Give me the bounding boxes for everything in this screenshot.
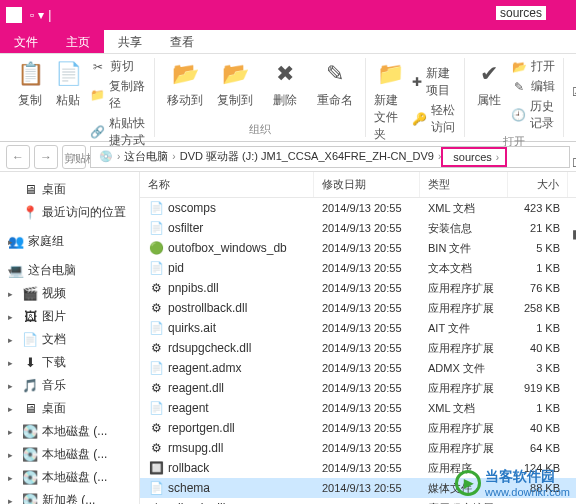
file-row[interactable]: 📄reagent2014/9/13 20:55XML 文档1 KB [140,398,576,418]
nav-desktop2[interactable]: ▸🖥桌面 [4,397,135,420]
file-size: 76 KB [508,280,568,296]
qat-item[interactable]: ▫ [30,8,34,22]
pastelink-button[interactable]: 🔗粘贴快捷方式 [90,115,146,149]
file-type: 应用程序扩展 [420,439,508,458]
up-button[interactable]: ↑ [62,145,86,169]
file-name: outofbox_windows_db [168,241,287,255]
crumb-folder[interactable]: sources [449,151,496,163]
crumb-icon[interactable]: 💿 [95,150,117,163]
tab-view[interactable]: 查看 [156,30,208,53]
crumb-pc[interactable]: 这台电脑 [120,149,172,164]
tab-share[interactable]: 共享 [104,30,156,53]
properties-icon: ✔ [473,58,505,90]
file-row[interactable]: ⚙sdbapiu.dll2014/9/13 20:55应用程序扩展135 KB [140,498,576,504]
col-name[interactable]: 名称 [140,172,314,197]
paste-icon: 📄 [52,58,84,90]
file-row[interactable]: ⚙rmsupg.dll2014/9/13 20:55应用程序扩展64 KB [140,438,576,458]
nav-desktop[interactable]: 🖥桌面 [4,178,135,201]
file-row[interactable]: 🟢outofbox_windows_db2014/9/13 20:55BIN 文… [140,238,576,258]
navigation-pane[interactable]: 🖥桌面 📍最近访问的位置 ▸👥家庭组 ▾💻这台电脑 ▸🎬视频 ▸🖼图片 ▸📄文档… [0,172,140,504]
file-row[interactable]: ⚙pnpibs.dll2014/9/13 20:55应用程序扩展76 KB [140,278,576,298]
history-button[interactable]: 🕘历史记录 [511,98,555,132]
file-row[interactable]: 📄osfilter2014/9/13 20:55安装信息21 KB [140,218,576,238]
cut-button[interactable]: ✂剪切 [90,58,146,75]
copypath-button[interactable]: 📁复制路径 [90,78,146,112]
file-row[interactable]: 📄quirks.ait2014/9/13 20:55AIT 文件1 KB [140,318,576,338]
qat-sep: | [48,8,51,22]
rename-icon: ✎ [319,58,351,90]
back-button[interactable]: ← [6,145,30,169]
file-name: rmsupg.dll [168,441,223,455]
file-list[interactable]: 名称 修改日期 类型 大小 📄oscomps2014/9/13 20:55XML… [140,172,576,504]
moveto-button[interactable]: 📂移动到 [163,58,207,120]
file-icon: 📄 [148,260,164,276]
easyaccess-button[interactable]: 🔑轻松访问 [412,102,456,136]
file-row[interactable]: ⚙rdsupgcheck.dll2014/9/13 20:55应用程序扩展40 … [140,338,576,358]
tab-file[interactable]: 文件 [0,30,52,53]
pictures-icon: 🖼 [22,309,38,325]
link-icon: 🔗 [90,124,105,140]
crumb-drive[interactable]: DVD 驱动器 (J:) JM1_CCSA_X64FRE_ZH-CN_DV9 [176,149,438,164]
file-date: 2014/9/13 20:55 [314,240,420,256]
file-size: 1 KB [508,260,568,276]
newitem-button[interactable]: ✚新建项目 [412,65,456,99]
delete-icon: ✖ [269,58,301,90]
nav-downloads[interactable]: ▸⬇下载 [4,351,135,374]
breadcrumb[interactable]: 💿› 这台电脑› DVD 驱动器 (J:) JM1_CCSA_X64FRE_ZH… [90,146,570,168]
file-date: 2014/9/13 20:55 [314,320,420,336]
newfolder-button[interactable]: 📁新建文件夹 [374,58,406,143]
nav-thispc[interactable]: ▾💻这台电脑 [4,259,135,282]
file-icon: 📄 [148,400,164,416]
file-row[interactable]: ⚙postrollback.dll2014/9/13 20:55应用程序扩展25… [140,298,576,318]
history-icon: 🕘 [511,107,526,123]
col-type[interactable]: 类型 [420,172,508,197]
file-name: oscomps [168,201,216,215]
nav-disk-c[interactable]: ▸💽本地磁盘 (... [4,420,135,443]
rename-button[interactable]: ✎重命名 [313,58,357,120]
file-icon: ⚙ [148,340,164,356]
chevron-right-icon: ▸ [8,496,13,505]
delete-button[interactable]: ✖删除 [263,58,307,120]
col-size[interactable]: 大小 [508,172,568,197]
file-size: 3 KB [508,360,568,376]
open-button[interactable]: 📂打开 [511,58,555,75]
chevron-right-icon: ▸ [8,312,13,322]
file-row[interactable]: ⚙reagent.dll2014/9/13 20:55应用程序扩展919 KB [140,378,576,398]
nav-newvol[interactable]: ▸💽新加卷 (... [4,489,135,504]
properties-button[interactable]: ✔属性 [473,58,505,132]
qat-dropdown-icon[interactable]: ▾ [38,8,44,22]
col-date[interactable]: 修改日期 [314,172,420,197]
file-row[interactable]: 📄pid2014/9/13 20:55文本文档1 KB [140,258,576,278]
edit-button[interactable]: ✎编辑 [511,78,555,95]
nav-music[interactable]: ▸🎵音乐 [4,374,135,397]
chevron-right-icon: ▸ [8,450,13,460]
nav-recent[interactable]: 📍最近访问的位置 [4,201,135,224]
file-row[interactable]: ⚙reportgen.dll2014/9/13 20:55应用程序扩展40 KB [140,418,576,438]
moveto-icon: 📂 [169,58,201,90]
nav-disk-e[interactable]: ▸💽本地磁盘 (... [4,466,135,489]
watermark-url: www.downkr.com [485,486,570,498]
file-size: 1 KB [508,400,568,416]
easyaccess-icon: 🔑 [412,111,427,127]
file-icon: ⚙ [148,380,164,396]
copy-button[interactable]: 📋复制 [14,58,46,149]
forward-button[interactable]: → [34,145,58,169]
paste-button[interactable]: 📄粘贴 [52,58,84,149]
group-open: ✔属性 📂打开 ✎编辑 🕘历史记录 打开 [465,58,564,137]
nav-pictures[interactable]: ▸🖼图片 [4,305,135,328]
group-new: 📁新建文件夹 ✚新建项目 🔑轻松访问 新建 [366,58,465,137]
nav-disk-d[interactable]: ▸💽本地磁盘 (... [4,443,135,466]
nav-documents[interactable]: ▸📄文档 [4,328,135,351]
desktop-icon: 🖥 [22,182,38,198]
selectall-button[interactable]: ☑全部选择 [572,58,576,126]
chevron-right-icon: ▸ [8,404,13,414]
nav-videos[interactable]: ▸🎬视频 [4,282,135,305]
file-size: 40 KB [508,420,568,436]
nav-homegroup[interactable]: ▸👥家庭组 [4,230,135,253]
file-row[interactable]: 📄oscomps2014/9/13 20:55XML 文档423 KB [140,198,576,218]
file-row[interactable]: 📄reagent.admx2014/9/13 20:55ADMX 文件3 KB [140,358,576,378]
copyto-button[interactable]: 📂复制到 [213,58,257,120]
tab-home[interactable]: 主页 [52,30,104,53]
file-size: 423 KB [508,200,568,216]
file-name: pnpibs.dll [168,281,219,295]
